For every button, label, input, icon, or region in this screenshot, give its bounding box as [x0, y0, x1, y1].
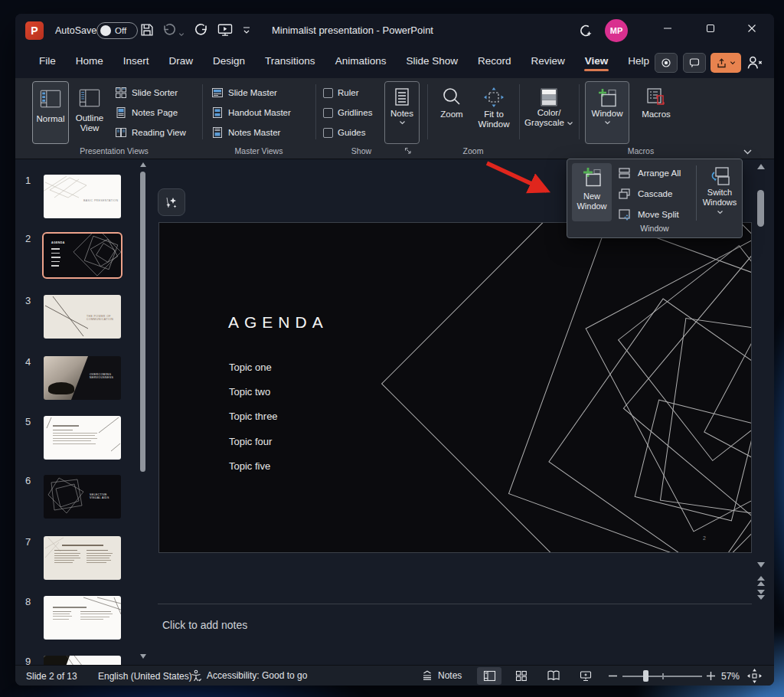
main-scrollbar[interactable] [756, 159, 766, 604]
thumbnail-slide-7[interactable] [44, 536, 121, 580]
notes-toggle-button[interactable]: Notes [421, 669, 462, 682]
handout-master-button[interactable]: Handout Master [211, 104, 291, 121]
designer-button[interactable] [158, 188, 185, 216]
gridlines-checkbox[interactable]: Gridlines [323, 104, 372, 121]
scrollbar-thumb[interactable] [140, 172, 145, 472]
menu-item-move-split[interactable]: Move Split [618, 205, 679, 224]
undo-button[interactable] [162, 22, 185, 38]
zoom-level-button[interactable]: 57% [721, 671, 740, 682]
macros-button[interactable]: Macros [635, 81, 677, 144]
zoom-out-button[interactable] [609, 675, 617, 677]
thumbnail-slide-8[interactable] [44, 596, 121, 640]
notes-master-button[interactable]: Notes Master [211, 124, 280, 141]
menu-item-arrange-all[interactable]: Arrange All [618, 163, 681, 182]
slide-title[interactable]: AGENDA [228, 313, 328, 332]
slide-number-9: 9 [25, 656, 31, 665]
tab-help[interactable]: Help [618, 47, 659, 74]
show-dialog-launcher[interactable] [404, 147, 413, 155]
language-button[interactable]: English (United States) [98, 671, 192, 682]
notes-ribbon-button[interactable]: Notes [384, 81, 420, 144]
thumbnail-slide-9[interactable] [44, 656, 121, 665]
zoom-in-button[interactable] [707, 672, 715, 680]
color-grayscale-label-line2: Grayscale [524, 118, 564, 128]
switch-windows-button[interactable]: Switch Windows [699, 163, 740, 221]
maximize-button[interactable] [694, 14, 727, 43]
guides-checkbox[interactable]: Guides [323, 124, 365, 141]
thumbnail-slide-4[interactable]: OVERCOMING NERVOUSNESS [44, 356, 121, 400]
autosave-toggle[interactable]: Off [96, 22, 138, 39]
fit-slide-to-window-button[interactable] [747, 669, 762, 683]
scroll-up-arrow-icon [140, 162, 146, 167]
share-button[interactable] [710, 53, 741, 73]
zoom-slider-thumb[interactable] [643, 670, 648, 682]
tab-review[interactable]: Review [521, 47, 575, 74]
scroll-down-arrow-icon [757, 562, 765, 568]
reading-view-status-button[interactable] [541, 667, 566, 685]
thumbnail-slide-5[interactable] [44, 416, 121, 460]
zoom-slider[interactable] [622, 670, 702, 682]
menu-item-cascade[interactable]: Cascade [618, 184, 672, 203]
slide-master-button[interactable]: Slide Master [211, 84, 277, 101]
zoom-button[interactable]: Zoom [433, 81, 470, 144]
reading-view-button[interactable]: Reading View [115, 124, 186, 141]
customize-qat-button[interactable] [241, 25, 252, 35]
thumbnail-slide-6[interactable]: SELECTIVE VISUAL AIDS [44, 475, 121, 519]
thumbnail-slide-3[interactable]: THE POWER OF COMMUNICATION [44, 295, 121, 339]
minimize-button[interactable] [651, 14, 684, 43]
outline-view-button[interactable]: Outline View [70, 81, 109, 144]
save-button[interactable] [139, 22, 155, 38]
tab-animations[interactable]: Animations [325, 47, 397, 74]
account-avatar[interactable]: MP [605, 19, 628, 42]
close-button[interactable] [735, 14, 769, 43]
slide-counter[interactable]: Slide 2 of 13 [26, 671, 77, 682]
slideshow-status-button[interactable] [573, 667, 598, 685]
tab-view[interactable]: View [575, 47, 619, 74]
tab-design[interactable]: Design [203, 47, 255, 74]
copilot-button[interactable] [577, 22, 593, 39]
notes-page-button[interactable]: Notes Page [115, 104, 178, 121]
tab-record[interactable]: Record [468, 47, 521, 74]
checkbox-icon [323, 108, 333, 118]
notes-placeholder[interactable]: Click to add notes [162, 619, 247, 631]
normal-view-icon [39, 87, 62, 110]
comments-button[interactable] [683, 53, 706, 73]
color-grayscale-button[interactable]: Color/ Grayscale [525, 81, 573, 144]
thumbnail-micro-text: OVERCOMING NERVOUSNESS [90, 373, 117, 379]
tab-insert[interactable]: Insert [113, 47, 159, 74]
start-slideshow-button[interactable] [217, 22, 234, 38]
accessibility-button[interactable]: Accessibility: Good to go [190, 669, 307, 682]
scrollbar-thumb[interactable] [757, 190, 764, 227]
slide-topic: Topic four [229, 429, 278, 453]
color-grayscale-chevron-icon [567, 121, 573, 126]
ruler-checkbox[interactable]: Ruler [323, 84, 358, 101]
handout-master-icon [211, 106, 224, 119]
designer-sparkle-icon [165, 195, 178, 209]
slide-canvas[interactable]: AGENDA Topic one Topic two Topic three T… [158, 222, 752, 553]
window-ribbon-button[interactable]: Window [585, 81, 629, 144]
new-window-button[interactable]: New Window [572, 163, 612, 221]
slide-sorter-button[interactable]: Slide Sorter [115, 84, 178, 101]
normal-view-button[interactable]: Normal [32, 81, 69, 144]
tab-home[interactable]: Home [66, 47, 113, 74]
notes-pane-divider[interactable] [158, 604, 752, 604]
tab-slide-show[interactable]: Slide Show [396, 47, 468, 74]
tab-transitions[interactable]: Transitions [255, 47, 325, 74]
record-button[interactable] [655, 53, 678, 73]
previous-slide-button[interactable] [757, 576, 765, 586]
fit-to-window-button[interactable]: Fit to Window [473, 81, 514, 144]
redo-button[interactable] [194, 22, 209, 38]
thumbnail-slide-2-selected[interactable]: AGENDA [42, 232, 122, 279]
group-label-master-views: Master Views [207, 146, 311, 155]
next-slide-button[interactable] [757, 590, 765, 600]
undo-icon [162, 22, 177, 38]
slide-sorter-status-button[interactable] [509, 667, 534, 685]
normal-view-status-button[interactable] [477, 667, 501, 685]
tab-file[interactable]: File [29, 47, 66, 74]
present-to-people-button[interactable] [746, 54, 764, 71]
tab-draw[interactable]: Draw [159, 47, 204, 74]
collapse-ribbon-button[interactable] [743, 149, 753, 155]
thumbnail-slide-1[interactable]: BASIC PRESENTATION [44, 175, 121, 218]
thumbnail-scrollbar[interactable] [140, 161, 146, 663]
slide-topic-list[interactable]: Topic one Topic two Topic three Topic fo… [229, 355, 278, 478]
maximize-icon [706, 24, 715, 33]
